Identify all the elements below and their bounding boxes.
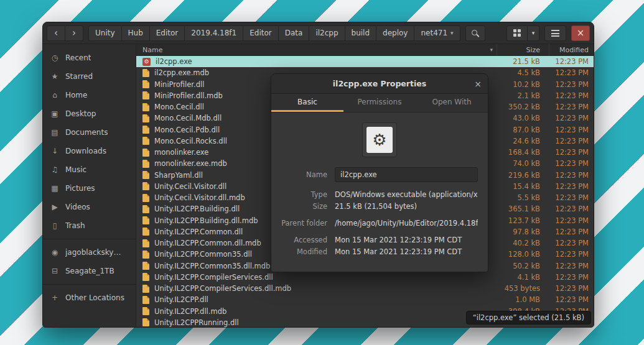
file-modified: 12:23 PM xyxy=(549,126,594,134)
sidebar-item[interactable]: ⌂ Home ⏏ xyxy=(43,86,136,104)
breadcrumb-label: deploy xyxy=(383,29,408,37)
grid-view-button[interactable] xyxy=(506,25,528,41)
document-icon xyxy=(142,251,149,259)
file-row[interactable]: Unity.IL2CPP.dll 1.0 MB 12:23 PM xyxy=(136,294,594,305)
dialog-tab[interactable]: Basic xyxy=(271,94,343,112)
sort-indicator-icon: ▾ xyxy=(490,47,493,53)
forward-button[interactable]: › xyxy=(65,25,83,41)
dialog-tab[interactable]: Permissions xyxy=(343,94,416,112)
file-row[interactable]: Unity.IL2CPP.CompilerServices.dll.mdb 45… xyxy=(136,283,594,294)
window-close-button[interactable]: × xyxy=(571,25,590,41)
list-header: Name ▾ Size Modified xyxy=(136,44,594,56)
breadcrumb-item[interactable]: Unity xyxy=(88,25,122,41)
file-modified: 12:23 PM xyxy=(549,273,594,282)
sidebar-item[interactable]: ▦ Pictures ⏏ xyxy=(43,179,136,198)
dialog-titlebar: il2cpp.exe Properties × xyxy=(271,74,488,94)
sidebar-item[interactable]: ◉ jagoblacksky@gmai... ⏏ xyxy=(43,243,136,262)
sidebar-item[interactable]: ⊟ Seagate_1TB ⏏ xyxy=(43,262,136,280)
sidebar: ◷ Recent ⏏ ★ Starred ⏏ ⌂ Home ⏏ xyxy=(43,44,136,327)
nav-buttons: ‹ › xyxy=(47,25,83,41)
properties-dialog: il2cpp.exe Properties × Basic Permission… xyxy=(271,73,488,272)
sidebar-item[interactable]: ▯ Trash ⏏ xyxy=(43,216,136,235)
grid-view-icon xyxy=(513,29,521,37)
toolbar: ‹ › UnityHubEditor2019.4.18f1EditorDatai… xyxy=(43,22,594,44)
videos-icon: ▶ xyxy=(50,203,59,211)
file-modified: 12:23 PM xyxy=(549,182,594,191)
breadcrumb-item[interactable]: 2019.4.18f1 xyxy=(184,25,243,41)
file-row[interactable]: Unity.IL2CPP.CompilerServices.dll 4.1 kB… xyxy=(136,272,594,283)
back-icon: ‹ xyxy=(54,27,58,39)
file-size: 350.2 kB xyxy=(497,103,549,111)
name-field-row: Name xyxy=(281,167,478,182)
sidebar-item[interactable]: ▤ Documents ⏏ xyxy=(43,123,136,142)
sidebar-item-label: Seagate_1TB xyxy=(65,267,114,275)
document-icon xyxy=(142,205,149,213)
sidebar-item-label: Videos xyxy=(65,203,90,211)
column-header-size[interactable]: Size xyxy=(497,44,549,55)
file-size: 21.5 kB xyxy=(497,57,549,66)
sidebar-item[interactable]: ◷ Recent ⏏ xyxy=(43,48,136,67)
close-icon: × xyxy=(577,27,585,39)
file-modified: 12:23 PM xyxy=(549,159,594,168)
toolbar-right: ▾ × xyxy=(506,25,590,41)
file-name: Unity.IL2CPP.CompilerServices.dll.mdb xyxy=(154,284,497,293)
document-icon xyxy=(142,194,149,202)
document-icon xyxy=(142,149,149,157)
file-row[interactable]: il2cpp.exe 21.5 kB 12:23 PM xyxy=(136,56,594,67)
file-size: 2.1 kB xyxy=(497,91,549,100)
sidebar-item-label: Recent xyxy=(65,53,91,62)
file-size: 5.5 kB xyxy=(497,193,549,202)
file-modified: 12:23 PM xyxy=(549,205,594,213)
menu-button[interactable] xyxy=(544,25,566,41)
field-value: DOS/Windows executable (application/x-ms… xyxy=(335,190,478,199)
breadcrumb-item[interactable]: il2cpp xyxy=(309,25,345,41)
sidebar-item-label: Starred xyxy=(65,72,93,81)
breadcrumb-item[interactable]: build xyxy=(345,25,377,41)
tab-label: Open With xyxy=(432,98,471,106)
file-size: 365.1 kB xyxy=(497,205,549,213)
sidebar-item[interactable]: ↓ Downloads ⏏ xyxy=(43,142,136,160)
pictures-icon: ▦ xyxy=(50,184,59,193)
file-size: 24.6 kB xyxy=(497,137,549,145)
file-size: 15.4 kB xyxy=(497,182,549,191)
breadcrumb-item[interactable]: Editor xyxy=(243,25,279,41)
sidebar-item-label: Pictures xyxy=(65,184,95,193)
breadcrumb-item[interactable]: deploy xyxy=(376,25,414,41)
document-icon xyxy=(142,80,149,88)
sidebar-separator xyxy=(43,239,136,239)
file-size: 128.0 kB xyxy=(497,250,549,259)
sidebar-item-label: Downloads xyxy=(65,147,106,155)
back-button[interactable]: ‹ xyxy=(47,25,65,41)
breadcrumb-item[interactable]: Hub xyxy=(121,25,150,41)
file-name: Unity.IL2CPP.dll.mdb xyxy=(154,307,497,316)
detail-field-row: Parent folder /home/jago/Unity/Hub/Edito… xyxy=(281,219,478,228)
dialog-close-button[interactable]: × xyxy=(474,74,482,94)
dialog-tab[interactable]: Open With xyxy=(416,94,488,112)
file-modified: 12:23 PM xyxy=(549,68,594,77)
detail-field-row: Modified Mon 15 Mar 2021 12:23:19 PM CDT xyxy=(281,247,478,256)
file-icon-tile: ⚙ xyxy=(362,122,397,157)
breadcrumb-item[interactable]: Data xyxy=(278,25,310,41)
file-name-input[interactable] xyxy=(335,167,478,182)
sidebar-item[interactable]: ★ Starred ⏏ xyxy=(43,67,136,86)
document-icon xyxy=(142,126,149,134)
document-icon xyxy=(142,239,149,247)
sidebar-item[interactable]: ♫ Music ⏏ xyxy=(43,160,136,179)
breadcrumb-item-current[interactable]: net471 ▾ xyxy=(414,25,460,41)
breadcrumb-item[interactable]: Editor xyxy=(149,25,185,41)
file-size: 219.6 kB xyxy=(497,171,549,180)
home-icon: ⌂ xyxy=(50,91,59,99)
sidebar-item[interactable]: ▣ Desktop ⏏ xyxy=(43,104,136,123)
view-options-button[interactable]: ▾ xyxy=(527,25,539,41)
column-header-name[interactable]: Name ▾ xyxy=(136,46,497,54)
sidebar-item[interactable]: ▶ Videos ⏏ xyxy=(43,198,136,216)
file-name: Unity.IL2CPPRunning.dll xyxy=(154,318,497,327)
detail-field-row: Size 21.5 kB (21,504 bytes) xyxy=(281,202,478,211)
file-size: 4.1 kB xyxy=(497,273,549,282)
file-modified: 12:23 PM xyxy=(549,171,594,180)
search-button[interactable] xyxy=(465,25,485,41)
column-header-modified[interactable]: Modified xyxy=(549,44,594,55)
file-modified: 12:23 PM xyxy=(549,193,594,202)
sidebar-item-other-locations[interactable]: + Other Locations xyxy=(43,288,136,307)
tab-label: Permissions xyxy=(358,98,402,106)
